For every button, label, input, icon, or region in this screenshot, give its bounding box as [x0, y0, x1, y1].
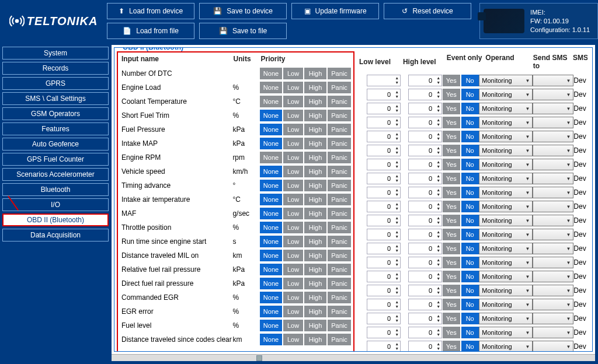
- priority-none-button[interactable]: None: [260, 166, 282, 177]
- sidebar-item[interactable]: OBD II (Bluetooth): [2, 214, 109, 226]
- event-no-button[interactable]: No: [461, 299, 479, 310]
- event-yes-button[interactable]: Yes: [443, 313, 460, 324]
- high-level-input[interactable]: 0▲▼: [408, 187, 442, 198]
- low-level-input[interactable]: 0▲▼: [367, 201, 401, 212]
- event-yes-button[interactable]: Yes: [443, 159, 460, 170]
- sidebar-item[interactable]: System: [2, 47, 109, 60]
- operand-combo[interactable]: Monitoring▼: [479, 271, 533, 282]
- priority-panic-button[interactable]: Panic: [328, 264, 351, 275]
- priority-high-button[interactable]: High: [304, 96, 326, 107]
- spinner-arrows-icon[interactable]: ▲▼: [395, 244, 399, 253]
- spinner-arrows-icon[interactable]: ▲▼: [436, 202, 440, 211]
- spinner-arrows-icon[interactable]: ▲▼: [395, 174, 399, 183]
- operand-combo[interactable]: Monitoring▼: [479, 187, 533, 198]
- spinner-arrows-icon[interactable]: ▲▼: [436, 230, 440, 239]
- spinner-arrows-icon[interactable]: ▲▼: [436, 328, 440, 337]
- send-sms-combo[interactable]: ▼: [533, 103, 573, 114]
- priority-high-button[interactable]: High: [304, 138, 326, 149]
- high-level-input[interactable]: 0▲▼: [408, 145, 442, 156]
- spinner-arrows-icon[interactable]: ▲▼: [436, 160, 440, 169]
- spinner-arrows-icon[interactable]: ▲▼: [395, 104, 399, 113]
- sidebar-item[interactable]: Data Acquisition: [2, 229, 109, 242]
- sidebar-item[interactable]: Scenarios Accelerometer: [2, 168, 109, 181]
- priority-none-button[interactable]: None: [260, 124, 282, 135]
- priority-none-button[interactable]: None: [260, 250, 282, 261]
- low-level-input[interactable]: 0▲▼: [367, 313, 401, 324]
- send-sms-combo[interactable]: ▼: [533, 327, 573, 338]
- event-yes-button[interactable]: Yes: [443, 145, 460, 156]
- priority-low-button[interactable]: Low: [283, 152, 303, 163]
- spinner-arrows-icon[interactable]: ▲▼: [436, 314, 440, 323]
- priority-high-button[interactable]: High: [304, 250, 326, 261]
- priority-panic-button[interactable]: Panic: [328, 166, 351, 177]
- priority-low-button[interactable]: Low: [283, 306, 303, 317]
- send-sms-combo[interactable]: ▼: [533, 187, 573, 198]
- high-level-input[interactable]: 0▲▼: [408, 229, 442, 240]
- priority-none-button[interactable]: None: [260, 68, 282, 79]
- send-sms-combo[interactable]: ▼: [533, 201, 573, 212]
- operand-combo[interactable]: Monitoring▼: [479, 215, 533, 226]
- event-yes-button[interactable]: Yes: [443, 229, 460, 240]
- low-level-input[interactable]: 0▲▼: [367, 229, 401, 240]
- spinner-arrows-icon[interactable]: ▲▼: [395, 160, 399, 169]
- priority-low-button[interactable]: Low: [283, 334, 303, 345]
- high-level-input[interactable]: 0▲▼: [408, 173, 442, 184]
- priority-high-button[interactable]: High: [304, 334, 326, 345]
- high-level-input[interactable]: 0▲▼: [408, 299, 442, 310]
- low-level-input[interactable]: 0▲▼: [367, 327, 401, 338]
- priority-none-button[interactable]: None: [260, 236, 282, 247]
- spinner-arrows-icon[interactable]: ▲▼: [436, 342, 440, 351]
- operand-combo[interactable]: Monitoring▼: [479, 299, 533, 310]
- priority-low-button[interactable]: Low: [283, 320, 303, 331]
- send-sms-combo[interactable]: ▼: [533, 117, 573, 128]
- operand-combo[interactable]: Monitoring▼: [479, 173, 533, 184]
- event-yes-button[interactable]: Yes: [443, 187, 460, 198]
- high-level-input[interactable]: 0▲▼: [408, 117, 442, 128]
- event-yes-button[interactable]: Yes: [443, 201, 460, 212]
- priority-panic-button[interactable]: Panic: [328, 292, 351, 303]
- reset-device-button[interactable]: ↺Reset device: [384, 3, 471, 19]
- operand-combo[interactable]: Monitoring▼: [479, 89, 533, 100]
- spinner-arrows-icon[interactable]: ▲▼: [436, 174, 440, 183]
- priority-none-button[interactable]: None: [260, 222, 282, 233]
- event-no-button[interactable]: No: [461, 117, 479, 128]
- priority-panic-button[interactable]: Panic: [328, 334, 351, 345]
- send-sms-combo[interactable]: ▼: [533, 229, 573, 240]
- event-no-button[interactable]: No: [461, 257, 479, 268]
- high-level-input[interactable]: 0▲▼: [408, 201, 442, 212]
- priority-none-button[interactable]: None: [260, 208, 282, 219]
- priority-panic-button[interactable]: Panic: [328, 222, 351, 233]
- priority-panic-button[interactable]: Panic: [328, 250, 351, 261]
- priority-panic-button[interactable]: Panic: [328, 68, 351, 79]
- send-sms-combo[interactable]: ▼: [533, 257, 573, 268]
- priority-none-button[interactable]: None: [260, 180, 282, 191]
- spinner-arrows-icon[interactable]: ▲▼: [395, 342, 399, 351]
- event-no-button[interactable]: No: [461, 159, 479, 170]
- low-level-input[interactable]: 0▲▼: [367, 187, 401, 198]
- operand-combo[interactable]: Monitoring▼: [479, 257, 533, 268]
- spinner-arrows-icon[interactable]: ▲▼: [395, 314, 399, 323]
- spinner-arrows-icon[interactable]: ▲▼: [395, 258, 399, 267]
- priority-low-button[interactable]: Low: [283, 250, 303, 261]
- send-sms-combo[interactable]: ▼: [533, 89, 573, 100]
- event-yes-button[interactable]: Yes: [443, 117, 460, 128]
- spinner-arrows-icon[interactable]: ▲▼: [395, 188, 399, 197]
- spinner-arrows-icon[interactable]: ▲▼: [436, 244, 440, 253]
- event-no-button[interactable]: No: [461, 229, 479, 240]
- priority-low-button[interactable]: Low: [283, 264, 303, 275]
- priority-low-button[interactable]: Low: [283, 166, 303, 177]
- priority-low-button[interactable]: Low: [283, 208, 303, 219]
- send-sms-combo[interactable]: ▼: [533, 173, 573, 184]
- send-sms-combo[interactable]: ▼: [533, 159, 573, 170]
- operand-combo[interactable]: Monitoring▼: [479, 103, 533, 114]
- priority-none-button[interactable]: None: [260, 264, 282, 275]
- event-yes-button[interactable]: Yes: [443, 131, 460, 142]
- spinner-arrows-icon[interactable]: ▲▼: [436, 76, 440, 85]
- event-yes-button[interactable]: Yes: [443, 75, 460, 86]
- event-yes-button[interactable]: Yes: [443, 299, 460, 310]
- priority-high-button[interactable]: High: [304, 166, 326, 177]
- spinner-arrows-icon[interactable]: ▲▼: [436, 118, 440, 127]
- event-no-button[interactable]: No: [461, 271, 479, 282]
- spinner-arrows-icon[interactable]: ▲▼: [395, 132, 399, 141]
- event-no-button[interactable]: No: [461, 215, 479, 226]
